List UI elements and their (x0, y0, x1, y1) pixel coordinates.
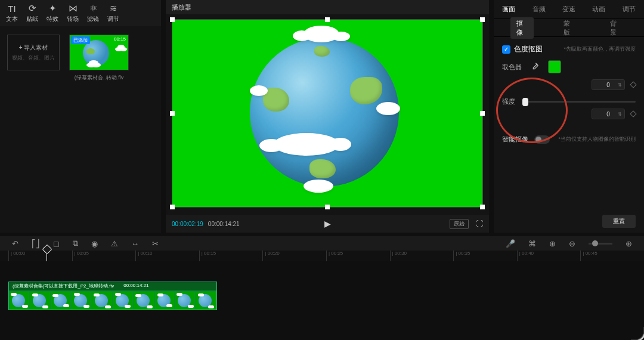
color-picker-label: 取色器 (502, 63, 522, 72)
keyframe-toggle[interactable] (630, 110, 636, 117)
subtab-mask[interactable]: 蒙版 (558, 17, 581, 39)
transition-icon: ⋈ (67, 3, 78, 14)
ruler-tick: | 00:40 (517, 251, 581, 261)
value-field-b[interactable]: 0 (592, 109, 625, 119)
tab-adjust[interactable]: ≋调节 (107, 3, 119, 23)
tab-picture[interactable]: 画面 (499, 2, 519, 16)
tab-color[interactable]: 调节 (619, 2, 639, 16)
smart-keying-label: 智能抠像 (502, 135, 528, 144)
timeline-ruler[interactable]: | 00:00 | 00:05 | 00:10 | 00:15 | 00:20 … (0, 251, 644, 261)
media-name: (绿幕素材合..转动.flv (69, 74, 129, 82)
resize-handle[interactable] (480, 205, 485, 209)
adjust-icon: ≋ (108, 3, 119, 14)
mirror-icon[interactable]: ↔ (131, 239, 139, 248)
freeze-icon[interactable]: ◉ (91, 239, 98, 248)
ruler-tick: | 00:30 (390, 251, 454, 261)
clip-thumbnails (9, 290, 216, 311)
ruler-tick: | 00:45 (580, 251, 644, 261)
resize-handle[interactable] (170, 111, 175, 116)
tab-transition[interactable]: ⋈转场 (67, 3, 79, 23)
media-item[interactable]: 已添加 00:15 (绿幕素材合..转动.flv (69, 35, 129, 82)
ruler-tick: | 00:35 (453, 251, 517, 261)
zoom-out-icon[interactable]: ⊖ (569, 239, 575, 248)
resize-handle[interactable] (325, 17, 330, 22)
media-thumbnail: 已添加 00:15 (69, 35, 129, 70)
resize-handle[interactable] (170, 205, 175, 209)
timecode-total: 00:00:14:21 (208, 221, 240, 227)
preview-panel: 播放器 00:00:02:19 00:00:14:21 ▶ (166, 0, 489, 233)
preview-title: 播放器 (166, 0, 489, 14)
tab-speed[interactable]: 变速 (559, 2, 579, 16)
clip-duration: 00:00:14:21 (123, 283, 148, 290)
fullscreen-button[interactable]: ⛶ (476, 220, 483, 228)
timeline-tracks[interactable]: (绿幕素材合集)可以直接下载用_P2_地球转动.flv 00:00:14:21 (0, 261, 644, 340)
chroma-key-hint: *先吸取画面颜色，再调节强度 (564, 45, 636, 53)
text-icon: TI (7, 3, 17, 14)
ruler-tick: | 00:00 (8, 251, 72, 261)
preview-content (250, 38, 399, 187)
inspector-subtabs: 抠像 蒙版 背景 (494, 19, 644, 37)
preview-stage[interactable] (172, 19, 483, 208)
value-field-a[interactable]: 0 (592, 79, 625, 90)
link-icon[interactable]: ⊕ (549, 239, 556, 248)
smart-keying-hint: *当前仅支持人物图像的智能识别 (558, 135, 636, 143)
magnet-icon[interactable]: ⌘ (528, 239, 536, 248)
delete-left-icon[interactable]: ◻ (53, 239, 60, 248)
resize-handle[interactable] (480, 17, 485, 22)
inspector-body: ✓ 色度抠图 *先吸取画面颜色，再调节强度 取色器 0 强度 0 智能抠像 (494, 37, 644, 151)
tab-audio[interactable]: 音频 (529, 2, 549, 16)
slider-thumb[interactable] (522, 98, 528, 106)
preview-controls: 00:00:02:19 00:00:14:21 ▶ 原始 ⛶ (166, 215, 489, 233)
resize-handle[interactable] (170, 17, 175, 22)
media-duration: 00:15 (114, 36, 126, 42)
timeline-toolbar: ↶ ⎡⎦ ◻ ⧉ ◉ ⚠ ↔ ✂ 🎤 ⌘ ⊕ ⊖ ⊕ (0, 236, 644, 251)
tab-sticker[interactable]: ⟳贴纸 (26, 3, 38, 23)
undo-icon[interactable]: ↶ (12, 239, 18, 248)
ruler-tick: | 00:10 (135, 251, 199, 261)
import-label: + 导入素材 (19, 44, 48, 52)
clip-name: (绿幕素材合集)可以直接下载用_P2_地球转动.flv (13, 283, 114, 290)
danger-icon[interactable]: ⚠ (111, 239, 118, 248)
import-sublabel: 视频、音频、图片 (12, 54, 55, 62)
ruler-tick: | 00:15 (199, 251, 263, 261)
smart-keying-toggle[interactable] (534, 135, 550, 144)
play-button[interactable]: ▶ (324, 219, 331, 228)
zoom-in-icon[interactable]: ⊕ (626, 239, 632, 248)
added-badge: 已添加 (71, 36, 90, 44)
ruler-tick: | 00:25 (326, 251, 390, 261)
eyedropper-button[interactable] (530, 61, 540, 73)
effects-icon: ✦ (47, 3, 58, 14)
reset-button[interactable]: 重置 (602, 215, 636, 228)
inspector-tabs: 画面 音频 变速 动画 调节 (494, 0, 644, 19)
resize-handle[interactable] (325, 205, 330, 209)
ruler-tick: | 00:05 (72, 251, 136, 261)
delete-right-icon[interactable]: ⧉ (73, 239, 78, 248)
top-toolbar: TI文本 ⟳贴纸 ✦特效 ⋈转场 ⚛滤镜 ≋调节 (0, 0, 161, 26)
media-panel: + 导入素材 视频、音频、图片 已添加 00:15 (绿幕素材合..转动.flv (0, 26, 161, 233)
picked-color-swatch[interactable] (548, 60, 561, 73)
video-clip[interactable]: (绿幕素材合集)可以直接下载用_P2_地球转动.flv 00:00:14:21 (8, 282, 217, 310)
subtab-keying[interactable]: 抠像 (510, 17, 534, 39)
strength-label: 强度 (502, 97, 515, 106)
tab-effects[interactable]: ✦特效 (47, 3, 58, 23)
chroma-key-checkbox[interactable]: ✓ (502, 45, 510, 54)
strength-slider[interactable] (522, 101, 636, 103)
chroma-key-label: 色度抠图 (514, 44, 543, 54)
aspect-ratio-button[interactable]: 原始 (450, 219, 469, 229)
inspector-panel: 画面 音频 变速 动画 调节 抠像 蒙版 背景 ✓ 色度抠图 *先吸取画面颜色，… (494, 0, 644, 233)
split-icon[interactable]: ⎡⎦ (32, 239, 40, 248)
tab-animation[interactable]: 动画 (589, 2, 609, 16)
zoom-slider[interactable] (589, 243, 612, 245)
ruler-tick: | 00:20 (262, 251, 326, 261)
tab-text[interactable]: TI文本 (6, 3, 18, 23)
sticker-icon: ⟳ (27, 3, 38, 14)
timecode-current: 00:00:02:19 (172, 221, 203, 227)
keyframe-toggle[interactable] (630, 81, 636, 88)
import-media-button[interactable]: + 导入素材 视频、音频、图片 (7, 35, 60, 70)
subtab-background[interactable]: 背景 (604, 17, 627, 39)
mic-icon[interactable]: 🎤 (506, 239, 515, 248)
tab-filter[interactable]: ⚛滤镜 (87, 3, 99, 23)
crop-icon[interactable]: ✂ (152, 239, 159, 248)
filter-icon: ⚛ (88, 3, 98, 14)
resize-handle[interactable] (480, 111, 485, 116)
